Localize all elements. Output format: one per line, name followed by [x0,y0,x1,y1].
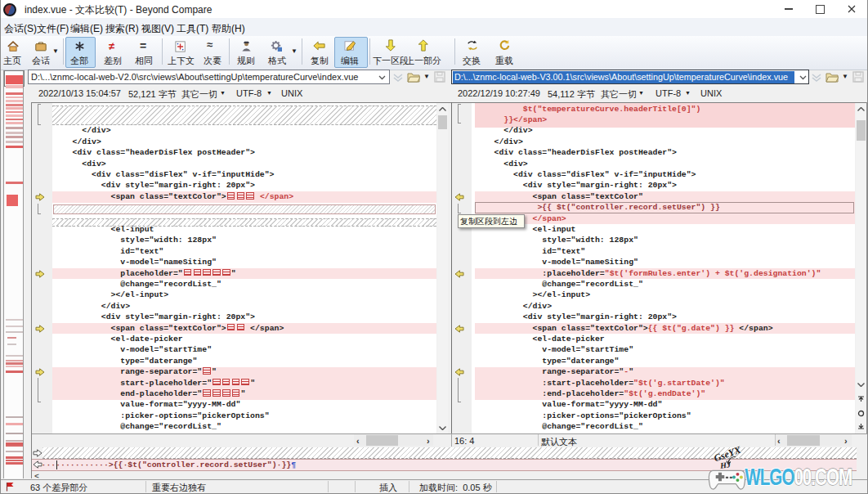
svg-text:WLGO00.COM: WLGO00.COM [745,466,852,490]
